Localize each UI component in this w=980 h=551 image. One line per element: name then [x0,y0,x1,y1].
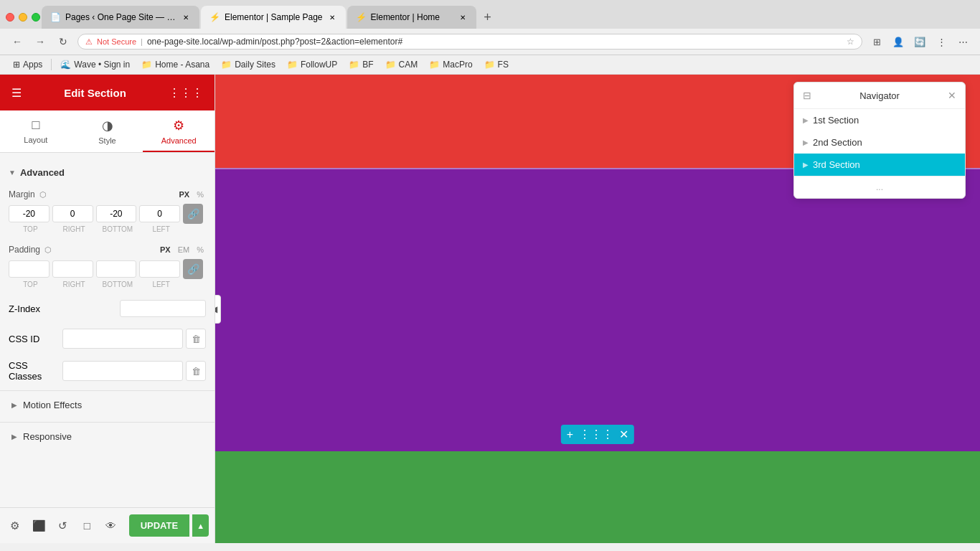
motion-effects-arrow: ▶ [11,401,17,409]
address-bar: ← → ↻ ⚠ Not Secure | one-page-site.local… [0,29,980,55]
more-icon[interactable]: ⋯ [954,33,971,50]
bookmark-bf[interactable]: 📁 BF [344,58,377,71]
section-delete-button[interactable]: ✕ [619,428,628,441]
address-input-container[interactable]: ⚠ Not Secure | one-page-site.local/wp-ad… [77,34,862,50]
padding-top-input[interactable] [9,260,50,278]
section-toolbar[interactable]: + ⋮⋮⋮ ✕ [561,425,634,444]
history-toolbar-btn[interactable]: ↺ [54,514,72,537]
followup-icon: 📁 [287,60,298,70]
bookmark-daily-sites[interactable]: 📁 Daily Sites [217,58,280,71]
padding-labels: TOP RIGHT BOTTOM LEFT [9,281,206,288]
responsive-toolbar-btn[interactable]: □ [78,514,97,537]
tab-close[interactable]: ✕ [458,12,468,22]
cssclasses-input-group: 🗑 [62,361,206,381]
apps-bookmark[interactable]: ⊞ Apps [9,58,47,71]
padding-bottom-input[interactable] [96,260,137,278]
tab-close[interactable]: ✕ [181,12,191,22]
margin-bottom-input[interactable] [96,205,137,222]
navigator-close-button[interactable]: ✕ [948,90,956,101]
bookmark-asana[interactable]: 📁 Home - Asana [137,58,214,71]
menu-icon[interactable]: ⋮ [933,33,950,50]
star-icon[interactable]: ☆ [847,37,854,47]
bookmarks-bar: ⊞ Apps 🌊 Wave • Sign in 📁 Home - Asana 📁… [0,55,980,75]
bookmark-cam[interactable]: 📁 CAM [381,58,423,71]
update-button[interactable]: UPDATE [129,514,189,537]
update-dropdown-button[interactable]: ▲ [192,514,209,537]
margin-top-input[interactable] [9,205,50,222]
reload-button[interactable]: ↻ [55,33,72,50]
bookmark-macpro[interactable]: 📁 MacPro [425,58,476,71]
maximize-traffic-light[interactable] [32,13,40,22]
padding-left-input[interactable] [139,260,180,278]
margin-unit-px[interactable]: PX [177,189,192,199]
tab-close[interactable]: ✕ [327,12,337,22]
cssid-input[interactable] [62,329,183,349]
padding-unit-percent[interactable]: % [194,245,206,255]
cssclasses-input[interactable] [62,361,183,381]
navigator-item-1st[interactable]: ▶ 1st Section [794,109,965,131]
tab-layout[interactable]: □ Layout [0,110,72,152]
style-icon: ◑ [102,118,113,133]
canvas-green-section[interactable] [215,451,980,543]
padding-left-label: LEFT [139,281,183,288]
address-text[interactable]: one-page-site.local/wp-admin/post.php?po… [147,37,842,47]
apps-label: Apps [23,60,42,70]
extensions-icon[interactable]: ⊞ [868,33,885,50]
margin-right-input[interactable] [52,205,93,222]
nav-item-arrow: ▶ [803,138,809,146]
cssclasses-panel: CSS Classes 🗑 [0,354,215,387]
section-move-button[interactable]: ⋮⋮⋮ [579,428,613,441]
tab-elementor-home[interactable]: ⚡ Elementor | Home ✕ [347,6,476,29]
address-separator: | [141,37,143,46]
collapse-sidebar-button[interactable]: ◀ [215,295,221,324]
advanced-section-header[interactable]: ▼ Advanced [0,161,215,184]
padding-right-input[interactable] [52,260,93,278]
settings-toolbar-btn[interactable]: ⚙ [6,514,24,537]
profile-icon[interactable]: 👤 [890,33,907,50]
new-tab-button[interactable]: + [478,7,498,27]
padding-inputs: 🔗 [9,259,206,279]
close-traffic-light[interactable] [6,13,14,22]
cssclasses-delete-button[interactable]: 🗑 [186,361,206,381]
grid-icon[interactable]: ⋮⋮⋮ [169,86,203,100]
motion-effects-section: ▶ Motion Effects [0,390,215,419]
bookmark-fs[interactable]: 📁 FS [480,58,513,71]
advanced-arrow-icon: ▼ [9,169,16,176]
navigator-item-2nd[interactable]: ▶ 2nd Section [794,131,965,154]
cssid-delete-button[interactable]: 🗑 [186,329,206,349]
navigator-collapse-button[interactable]: ⊟ [803,90,811,101]
margin-info-icon[interactable]: ⬡ [39,190,47,199]
zindex-input[interactable] [120,300,206,317]
padding-link-button[interactable]: 🔗 [183,259,203,279]
sync-icon[interactable]: 🔄 [911,33,928,50]
tab-elementor-sample[interactable]: ⚡ Elementor | Sample Page ✕ [201,6,346,29]
bookmark-wave[interactable]: 🌊 Wave • Sign in [56,58,134,71]
tab-style[interactable]: ◑ Style [72,110,143,152]
preview-toolbar-btn[interactable]: 👁 [102,514,121,537]
tab-pages[interactable]: 📄 Pages ‹ One Page Site — Word... ✕ [42,6,199,29]
forward-button[interactable]: → [32,33,49,50]
back-button[interactable]: ← [9,33,26,50]
nav-item-label: 2nd Section [813,137,862,148]
padding-info-icon[interactable]: ⬡ [44,245,52,255]
motion-effects-header[interactable]: ▶ Motion Effects [0,391,215,419]
canvas-purple-section[interactable]: + ⋮⋮⋮ ✕ [215,168,980,451]
padding-unit-px[interactable]: PX [158,245,173,255]
bookmark-followup[interactable]: 📁 FollowUP [283,58,341,71]
margin-unit-percent[interactable]: % [194,189,206,199]
minimize-traffic-light[interactable] [19,13,27,22]
tab-advanced[interactable]: ⚙ Advanced [143,110,215,152]
padding-right-label: RIGHT [52,281,96,288]
layers-toolbar-btn[interactable]: ⬛ [30,514,49,537]
responsive-header[interactable]: ▶ Responsive [0,423,215,451]
advanced-icon: ⚙ [173,118,184,133]
margin-link-button[interactable]: 🔗 [183,204,203,224]
hamburger-icon[interactable]: ☰ [11,86,22,100]
nav-item-label: 3rd Section [813,159,860,170]
tab-style-label: Style [98,136,116,145]
margin-left-input[interactable] [139,205,180,222]
navigator-item-3rd[interactable]: ▶ 3rd Section [794,154,965,176]
section-add-button[interactable]: + [567,428,573,441]
padding-unit-em[interactable]: EM [176,245,192,255]
asana-icon: 📁 [141,60,152,70]
